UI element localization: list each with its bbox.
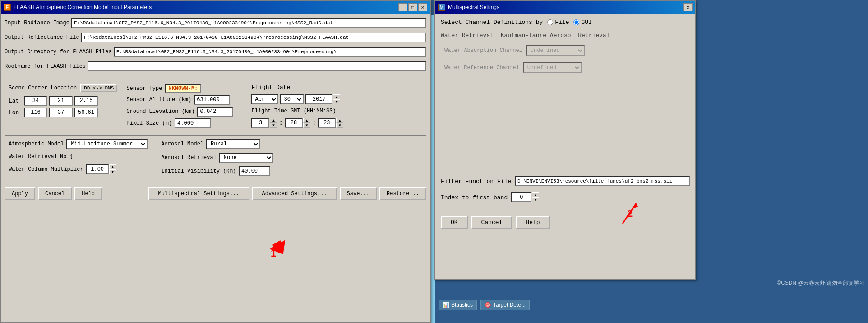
atm-model-label: Atmospheric Model [9, 141, 64, 147]
sensor-altitude-input[interactable] [194, 95, 230, 105]
flaash-close-button[interactable]: ✕ [418, 3, 427, 11]
flight-year-down-arrow[interactable]: ▼ [333, 99, 340, 104]
water-retrieval-value: No [60, 154, 66, 160]
restore-button[interactable]: Restore... [379, 187, 426, 200]
flaash-maximize-button[interactable]: □ [408, 3, 417, 11]
select-channel-label: Select Channel Definitions by [441, 19, 543, 26]
flaash-titlebar: F FLAASH Atmospheric Correction Model In… [1, 1, 430, 14]
gui-radio[interactable] [573, 19, 579, 25]
multi-cancel-button[interactable]: Cancel [471, 216, 512, 229]
input-radiance-field[interactable] [71, 18, 426, 28]
statistics-label: Statistics [451, 302, 473, 308]
output-reflectance-label: Output Reflectance File [5, 34, 79, 41]
flight-day-dropdown[interactable]: 30 [280, 94, 304, 104]
lat-deg-input[interactable] [24, 96, 47, 106]
target-detect-item[interactable]: 🎯 Target Dete... [480, 300, 530, 310]
index-up-arrow[interactable]: ▲ [532, 192, 539, 197]
flight-hour-down-arrow[interactable]: ▼ [270, 123, 277, 128]
multispectral-titlebar: M Multispectral Settings ✕ [435, 1, 695, 14]
lon-sec-input[interactable] [74, 108, 98, 117]
cancel-button[interactable]: Cancel [38, 187, 72, 200]
output-reflectance-row: Output Reflectance File [5, 32, 426, 43]
flight-year-up-arrow[interactable]: ▲ [333, 94, 340, 99]
water-column-input[interactable] [86, 164, 109, 174]
flight-year-spinner: ▲ ▼ [305, 94, 340, 104]
flight-hour-up-arrow[interactable]: ▲ [270, 118, 277, 123]
file-radio[interactable] [547, 19, 553, 25]
statistics-item[interactable]: 📊 Statistics [439, 300, 477, 310]
multispectral-window: M Multispectral Settings ✕ Select Channe… [434, 0, 696, 280]
aerosol-model-dropdown[interactable]: Rural Urban Maritime Tropospheric [206, 139, 260, 149]
flight-min-up-arrow[interactable]: ▲ [303, 118, 310, 123]
output-directory-field[interactable] [114, 47, 426, 57]
water-reference-dropdown[interactable]: Undefined [523, 62, 582, 73]
save-button[interactable]: Save... [340, 187, 377, 200]
help-button[interactable]: Help [74, 187, 102, 200]
water-reference-label: Water Reference Channel [444, 65, 519, 71]
index-down-arrow[interactable]: ▼ [532, 197, 539, 202]
flight-min-input[interactable] [285, 118, 303, 128]
flaash-minimize-button[interactable]: — [398, 3, 407, 11]
output-directory-row: Output Directory for FLAASH Files [5, 46, 426, 58]
scene-center-header: Scene Center Location DD <-> DMS [9, 84, 117, 92]
multi-close-button[interactable]: ✕ [683, 3, 693, 11]
initial-visibility-label: Initial Visibility (km) [161, 168, 236, 174]
atm-model-dropdown[interactable]: Mid-Latitude Summer Mid-Latitude Winter … [66, 139, 148, 149]
flight-sec-down-arrow[interactable]: ▼ [336, 123, 343, 128]
flight-sec-input[interactable] [318, 118, 336, 128]
water-absorption-label: Water Absorption Channel [444, 47, 522, 54]
advanced-settings-button[interactable]: Advanced Settings... [252, 187, 337, 200]
multispectral-content: Select Channel Definitions by File GUI W… [435, 14, 695, 234]
aerosol-retrieval-dropdown[interactable]: None 2-Band (K-T) [219, 153, 273, 163]
water-absorption-row: Water Absorption Channel Undefined [444, 45, 690, 56]
gui-radio-option[interactable]: GUI [573, 19, 591, 26]
filter-function-row: Filter Function File [441, 176, 690, 186]
water-column-down-arrow[interactable]: ▼ [109, 169, 116, 174]
flight-min-arrows: ▲ ▼ [303, 118, 310, 128]
ground-elevation-row: Ground Elevation (km) [126, 107, 233, 117]
apply-button[interactable]: Apply [5, 187, 35, 200]
multi-icon: M [438, 4, 445, 11]
gui-radio-label: GUI [581, 19, 591, 26]
multi-ok-button[interactable]: OK [441, 216, 468, 229]
lon-min-input[interactable] [49, 108, 73, 117]
dd-dms-button[interactable]: DD <-> DMS [80, 84, 117, 92]
pixel-size-input[interactable] [175, 118, 211, 128]
lon-label: Lon [9, 109, 22, 116]
filter-function-label: Filter Function File [441, 178, 511, 185]
flight-sec-up-arrow[interactable]: ▲ [336, 118, 343, 123]
flight-year-input[interactable] [305, 94, 332, 104]
output-reflectance-field[interactable] [81, 33, 426, 42]
multi-help-button[interactable]: Help [516, 216, 549, 229]
sensor-altitude-label: Sensor Altitude (km) [126, 97, 191, 103]
water-column-spinner: ▲ ▼ [86, 164, 116, 174]
lat-sec-input[interactable] [74, 96, 98, 106]
ground-elevation-input[interactable] [197, 107, 233, 117]
flaash-content: Input Radiance Image Output Reflectance … [1, 14, 430, 184]
lat-min-input[interactable] [49, 96, 73, 106]
sensor-type-row: Sensor Type NKNOWN-M: [126, 84, 233, 93]
flight-min-down-arrow[interactable]: ▼ [303, 123, 310, 128]
flaash-window-controls: — □ ✕ [398, 3, 427, 11]
multi-title-text: Multispectral Settings [448, 4, 499, 10]
target-icon: 🎯 [485, 302, 491, 308]
flaash-title-area: F FLAASH Atmospheric Correction Model In… [4, 4, 152, 11]
multispectral-settings-button[interactable]: Multispectral Settings... [148, 187, 249, 200]
initial-visibility-row: Initial Visibility (km) [161, 166, 273, 176]
water-column-up-arrow[interactable]: ▲ [109, 164, 116, 169]
filter-function-input[interactable] [515, 176, 690, 186]
initial-visibility-input[interactable] [239, 166, 270, 176]
sensor-area: Sensor Type NKNOWN-M: Sensor Altitude (k… [126, 84, 233, 128]
index-input[interactable] [511, 192, 531, 202]
flaash-bottom-buttons: Apply Cancel Help Multispectral Settings… [1, 184, 430, 202]
flaash-icon: F [4, 4, 11, 11]
water-column-label: Water Column Multiplier [9, 166, 83, 173]
scene-center-label: Scene Center Location [9, 85, 77, 91]
file-radio-option[interactable]: File [547, 19, 569, 26]
flight-month-dropdown[interactable]: Apr Jan Feb Mar May Jun Jul Aug Sep Oct … [251, 94, 278, 104]
water-absorption-dropdown[interactable]: Undefined [526, 45, 585, 56]
lon-deg-input[interactable] [24, 108, 47, 117]
rootname-field[interactable] [88, 61, 426, 71]
water-retrieval-arrows-icon[interactable]: ↕ [69, 153, 74, 161]
flight-hour-input[interactable] [251, 118, 269, 128]
